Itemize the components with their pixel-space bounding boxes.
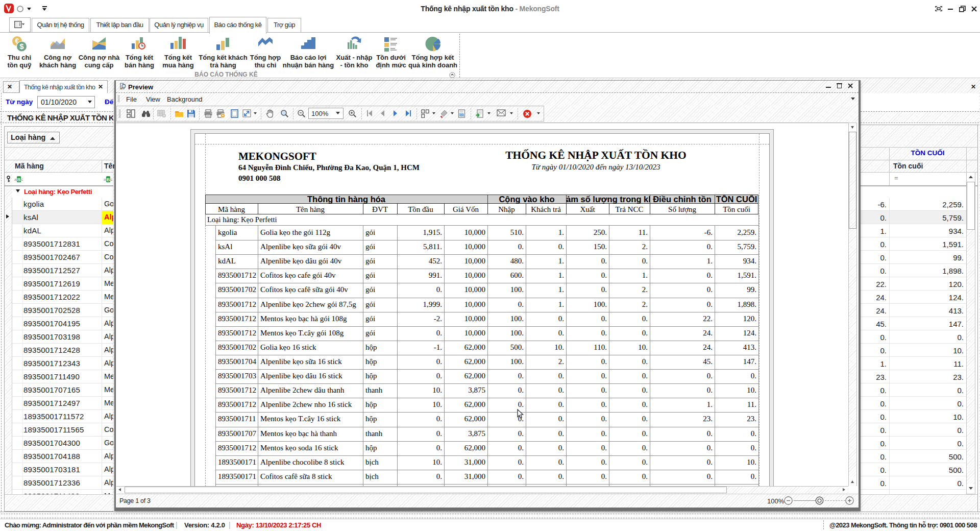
svg-text:c: c: [111, 177, 112, 182]
svg-text:a: a: [104, 177, 106, 182]
svg-text:B: B: [17, 177, 21, 182]
svg-text:a: a: [14, 177, 17, 182]
svg-text:$: $: [19, 42, 24, 51]
svg-text:B: B: [107, 177, 110, 182]
svg-text:c: c: [21, 177, 23, 182]
